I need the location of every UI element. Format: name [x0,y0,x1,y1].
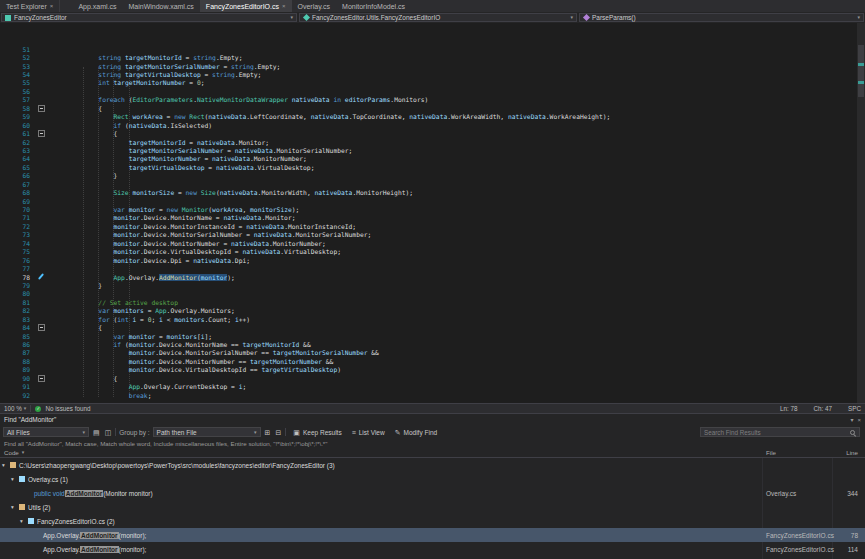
code-line[interactable]: 59 Rect workArea = new Rect(nativeData.L… [0,113,849,121]
code-text: monitor.Device.VirtualDesktopId == targe… [50,366,341,373]
chevron-down-icon[interactable]: ▾ [11,504,19,510]
close-icon[interactable]: × [50,3,54,9]
code-line[interactable]: 70 var monitor = new Monitor(workArea, m… [0,205,849,213]
code-text: { [50,130,117,137]
tab-label: App.xaml.cs [78,3,116,10]
close-icon[interactable]: × [857,417,861,423]
code-line[interactable]: 71 monitor.Device.MonitorName = nativeDa… [0,214,849,222]
tab-FancyZonesEditorIO.cs[interactable]: FancyZonesEditorIO.cs× [200,0,292,12]
chevron-down-icon[interactable]: ▾ [20,518,28,524]
code-line[interactable]: 77 [0,264,849,272]
tab-MonitorInfoModel.cs[interactable]: MonitorInfoModel.cs [336,0,411,12]
fold-marker-icon[interactable] [38,105,45,112]
find-group-row[interactable]: ▾C:\Users\zhaopengwang\Desktop\powertoys… [0,458,865,472]
code-line[interactable]: 80 [0,290,849,298]
chevron-down-icon[interactable]: ▾ [2,462,10,468]
code-line[interactable]: 51 [0,45,849,53]
member-dropdown[interactable]: ParseParams() ▾ [579,13,864,22]
code-line[interactable]: 86 if (monitor.Device.MonitorName == tar… [0,340,849,348]
code-line[interactable]: 65 targetVirtualDesktop = nativeData.Vir… [0,163,849,171]
code-line[interactable]: 54 string targetVirtualDesktop = string.… [0,70,849,78]
scrollbar-thumb[interactable] [858,45,864,97]
code-line[interactable]: 87 monitor.Device.MonitorSerialNumber ==… [0,349,849,357]
code-column-header[interactable]: Code ▾ [4,448,24,457]
tab-MainWindow.xaml.cs[interactable]: MainWindow.xaml.cs [123,0,200,12]
visual-studio-window: Test Explorer×App.xaml.csMainWindow.xaml… [0,0,865,559]
copy-icon[interactable]: ▤ [92,429,101,436]
code-line[interactable]: 72 monitor.Device.MonitorInstanceId = na… [0,222,849,230]
fold-marker-icon[interactable] [38,130,45,137]
expand-all-icon[interactable]: ⊞ [264,429,272,436]
code-line[interactable]: 76 monitor.Device.Dpi = nativeData.Dpi; [0,256,849,264]
code-line[interactable]: 55 int targetMonitorNumber = 0; [0,79,849,87]
tab-App.xaml.cs[interactable]: App.xaml.cs [72,0,122,12]
code-line[interactable]: 92 break; [0,391,849,399]
find-group-row[interactable]: ▾Utils (2) [0,500,865,514]
code-line[interactable]: 81 // Set active desktop [0,298,849,306]
fold-marker-icon[interactable] [38,324,45,331]
code-text: monitor.Device.MonitorInstanceId = nativ… [50,223,356,230]
code-line[interactable]: 83 for (int i = 0; i < monitors.Count; i… [0,315,849,323]
group-by-dropdown[interactable]: Path then File ▾ [153,427,261,437]
code-line[interactable]: 62 targetMonitorId = nativeData.Monitor; [0,138,849,146]
chevron-down-icon[interactable]: ▾ [11,476,19,482]
line-column-header[interactable]: Line [836,449,858,456]
keep-results-button[interactable]: ▣ Keep Results [289,427,344,437]
code-line[interactable]: 90 { [0,374,849,382]
find-panel-titlebar[interactable]: Find "AddMonitor" ▾ × [0,414,865,425]
code-line[interactable]: 79 } [0,281,849,289]
code-line[interactable]: 67 [0,180,849,188]
code-line[interactable]: 69 [0,197,849,205]
scope-dropdown[interactable]: All Files ▾ [3,427,89,437]
find-result-row[interactable]: App.Overlay.AddMonitor(monitor);FancyZon… [0,542,865,556]
code-editor[interactable]: 5152 string targetMonitorId = string.Emp… [0,23,865,403]
open-results-icon[interactable]: ◫ [104,429,113,436]
find-result-row[interactable]: public void AddMonitor(Monitor monitor)O… [0,486,865,500]
code-line[interactable]: 60 if (nativeData.IsSelected) [0,121,849,129]
tab-Overlay.cs[interactable]: Overlay.cs [292,0,337,12]
tab-bar: Test Explorer×App.xaml.csMainWindow.xaml… [0,0,865,12]
code-line[interactable]: 63 targetMonitorSerialNumber = nativeDat… [0,146,849,154]
code-line[interactable]: 61 { [0,129,849,137]
code-line[interactable]: 56 [0,87,849,95]
code-line[interactable]: 82 var monitors = App.Overlay.Monitors; [0,307,849,315]
search-input[interactable] [701,428,859,436]
code-line[interactable]: 53 string targetMonitorSerialNumber = st… [0,62,849,70]
collapse-all-icon[interactable]: ⊟ [274,429,282,436]
code-line[interactable]: 68 Size monitorSize = new Size(nativeDat… [0,188,849,196]
type-dropdown[interactable]: FancyZonesEditor.Utils.FancyZonesEditorI… [299,13,577,22]
glyph-margin [36,340,50,348]
group-label: Overlay.cs (1) [28,476,68,483]
chevron-down-icon[interactable]: ▾ [850,416,853,423]
code-line[interactable]: 57 foreach (EditorParameters.NativeMonit… [0,96,849,104]
list-view-button[interactable]: ≡ List View [348,427,388,437]
code-line[interactable]: 52 string targetMonitorId = string.Empty… [0,53,849,61]
code-line[interactable]: 73 monitor.Device.MonitorSerialNumber = … [0,231,849,239]
code-line[interactable]: 58 { [0,104,849,112]
health-indicator-icon[interactable]: ✓ [35,406,41,412]
find-group-row[interactable]: ▾FancyZonesEditorIO.cs (2) [0,514,865,528]
code-line[interactable]: 88 monitor.Device.MonitorNumber == targe… [0,357,849,365]
zoom-control[interactable]: 100 % ▾ [4,405,26,412]
code-line[interactable]: 91 App.Overlay.CurrentDesktop = i; [0,383,849,391]
result-text: public void [34,490,65,497]
search-find-results-box[interactable] [700,427,860,437]
fold-marker-icon[interactable] [38,375,45,382]
code-line[interactable]: 89 monitor.Device.VirtualDesktopId == ta… [0,366,849,374]
find-group-row[interactable]: ▾Overlay.cs (1) [0,472,865,486]
code-line[interactable]: 75 monitor.Device.VirtualDesktopId = nat… [0,248,849,256]
project-dropdown[interactable]: FancyZonesEditor ▾ [1,13,297,22]
code-line[interactable]: 84 { [0,323,849,331]
code-line[interactable]: 85 var monitor = monitors[i]; [0,332,849,340]
file-column-header[interactable]: File [766,449,776,456]
modify-find-button[interactable]: ✎ Modify Find [391,427,440,437]
line-number: 70 [0,206,36,213]
code-line[interactable]: 66 } [0,172,849,180]
code-line[interactable]: 74 monitor.Device.MonitorNumber = native… [0,239,849,247]
find-result-row[interactable]: App.Overlay.AddMonitor(monitor);FancyZon… [0,528,865,542]
code-line[interactable]: 78 App.Overlay.AddMonitor(monitor); [0,273,849,281]
editor-scrollbar[interactable] [857,23,865,403]
code-line[interactable]: 64 targetMonitorNumber = nativeData.Moni… [0,155,849,163]
tab-Test Explorer[interactable]: Test Explorer× [0,0,60,12]
close-icon[interactable]: × [282,3,286,9]
